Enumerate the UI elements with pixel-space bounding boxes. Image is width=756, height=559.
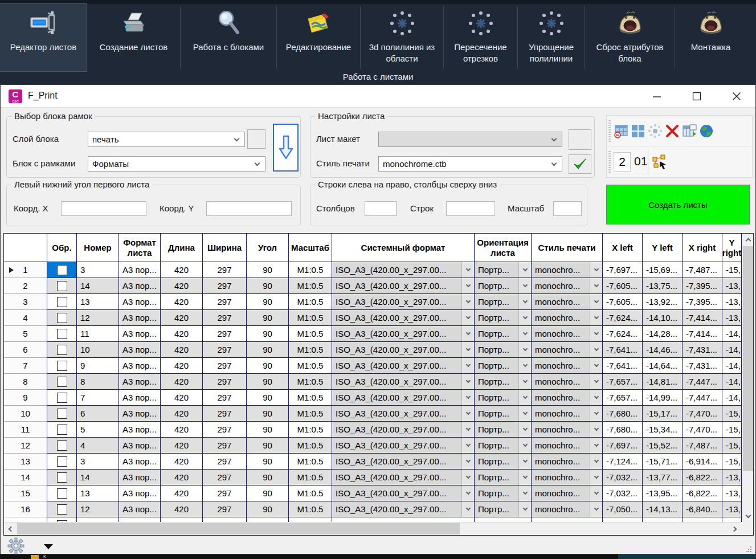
ribbon-button-2[interactable]: Создание листов — [87, 4, 180, 71]
chevron-down-icon[interactable] — [461, 326, 474, 341]
cell-print-style[interactable]: monochro... — [532, 278, 603, 294]
cell-length[interactable]: 420 — [161, 342, 203, 358]
cell-y-left[interactable]: -14,64... — [643, 358, 683, 374]
scroll-left-button[interactable] — [4, 523, 17, 535]
cell-y-right[interactable]: -15, — [722, 262, 742, 278]
cell-y-left[interactable]: -14,10... — [643, 310, 683, 326]
chevron-down-icon[interactable] — [518, 438, 531, 453]
chevron-down-icon[interactable] — [518, 358, 531, 373]
row-header[interactable]: 1 — [4, 262, 47, 278]
cell-x-left[interactable]: -7,657... — [603, 374, 643, 390]
cell-system-format[interactable]: ISO_A3_(420.00_x_297.00... — [332, 438, 475, 454]
globe-icon[interactable] — [699, 124, 714, 138]
column-header-Ширина[interactable]: Ширина — [203, 234, 247, 262]
cell-y-right[interactable]: -15, — [722, 454, 742, 470]
layer-pick-button[interactable] — [247, 129, 265, 149]
cell-x-left[interactable]: -7,624... — [603, 326, 643, 342]
chevron-down-icon[interactable] — [590, 438, 602, 453]
sheet-count-input[interactable] — [614, 152, 631, 172]
cell-y-left[interactable]: -15,69... — [643, 262, 683, 278]
cell-print-style[interactable]: monochro... — [532, 310, 603, 326]
cell-width[interactable]: 297 — [203, 374, 247, 390]
chevron-down-icon[interactable] — [461, 358, 474, 373]
column-header-Y left[interactable]: Y left — [643, 234, 683, 262]
cell-y-right[interactable]: -15, — [722, 422, 742, 438]
cell-y-left[interactable]: -13,75... — [643, 278, 683, 294]
horizontal-scrollbar[interactable] — [4, 522, 742, 535]
cell-x-left[interactable]: -7,657... — [603, 390, 643, 406]
cell-orientation[interactable]: Портр... — [475, 390, 532, 406]
checkbox[interactable] — [57, 425, 67, 435]
cell-scale[interactable]: М1:0.5 — [289, 310, 332, 326]
cell-print-style[interactable]: monochro... — [532, 342, 603, 358]
layer-combo[interactable]: печать — [88, 132, 245, 147]
cell-print-style[interactable]: monochro... — [532, 358, 603, 374]
cell-length[interactable]: 420 — [161, 326, 203, 342]
cell-x-left[interactable]: -7,605... — [603, 278, 643, 294]
cell-angle[interactable]: 90 — [247, 278, 289, 294]
cell-orientation[interactable]: Портр... — [475, 342, 532, 358]
cell-y-right[interactable]: -14, — [722, 342, 742, 358]
cell-width[interactable]: 297 — [203, 326, 247, 342]
cell-angle[interactable]: 90 — [247, 422, 289, 438]
cell-format[interactable]: А3 пор... — [119, 278, 161, 294]
cell-orientation[interactable]: Портр... — [475, 422, 532, 438]
spinner-icon[interactable] — [648, 124, 663, 138]
cell-x-left[interactable]: -7,032... — [603, 470, 643, 485]
cell-y-right[interactable]: -14, — [722, 358, 742, 374]
cell-system-format[interactable]: ISO_A3_(420.00_x_297.00... — [332, 358, 475, 374]
ribbon-button-3[interactable]: Работа с блоками — [181, 4, 276, 71]
cell-number[interactable]: 11 — [77, 326, 119, 342]
cell-y-right[interactable]: -15, — [722, 406, 742, 422]
cell-orientation[interactable]: Портр... — [475, 310, 532, 326]
cell-width[interactable]: 297 — [203, 438, 247, 454]
ribbon-button-4[interactable]: Редактирование — [277, 4, 360, 71]
cell-x-right[interactable]: -7,395... — [683, 294, 722, 310]
cell-system-format[interactable]: ISO_A3_(420.00_x_297.00... — [332, 310, 475, 326]
cell-y-left[interactable]: -14,81... — [643, 374, 683, 390]
block-combo[interactable]: Форматы — [88, 156, 265, 172]
cell-format[interactable]: А3 пор... — [119, 262, 161, 278]
cell-system-format[interactable]: ISO_A3_(420.00_x_297.00... — [332, 390, 475, 406]
chevron-down-icon[interactable] — [518, 390, 531, 405]
cell-y-right[interactable]: -14, — [722, 326, 742, 342]
cell-length[interactable]: 420 — [161, 262, 203, 278]
row-header[interactable]: 12 — [4, 438, 47, 454]
cell-length[interactable]: 420 — [161, 374, 203, 390]
horizontal-scroll-thumb[interactable] — [17, 523, 460, 534]
cell-system-format[interactable]: ISO_A3_(420.00_x_297.00... — [332, 342, 475, 358]
row-header[interactable]: 9 — [4, 390, 47, 406]
cell-orientation[interactable]: Портр... — [475, 470, 532, 485]
cell-width[interactable]: 297 — [203, 310, 247, 326]
column-header-Обр.[interactable]: Обр. — [47, 234, 77, 262]
cell-scale[interactable]: М1:0.5 — [289, 438, 332, 454]
cell-orientation[interactable]: Портр... — [475, 454, 532, 470]
vertical-scrollbar[interactable] — [742, 234, 753, 522]
cell-number[interactable]: 10 — [77, 342, 119, 358]
columns-input[interactable] — [365, 201, 397, 216]
cell-orientation[interactable]: Портр... — [475, 358, 532, 374]
chevron-down-icon[interactable] — [518, 326, 531, 341]
chevron-down-icon[interactable] — [518, 454, 531, 469]
chevron-down-icon[interactable] — [590, 294, 602, 309]
cell-orientation[interactable]: Портр... — [475, 326, 532, 342]
cell-scale[interactable]: М1:0.5 — [289, 326, 332, 342]
chevron-down-icon[interactable] — [590, 454, 602, 469]
scroll-right-button[interactable] — [729, 523, 741, 535]
cell-scale[interactable]: М1:0.5 — [289, 342, 332, 358]
gear-dropdown-arrow[interactable] — [44, 544, 53, 549]
cell-scale[interactable]: М1:0.5 — [289, 501, 332, 517]
minimize-button[interactable] — [644, 85, 670, 108]
cell-print-style[interactable]: monochro... — [532, 454, 603, 470]
cell-y-right[interactable]: -13, — [722, 278, 742, 294]
ribbon-button-7[interactable]: Упрощение полилинии — [518, 4, 585, 71]
process-checkbox-cell[interactable] — [47, 326, 77, 342]
checkbox[interactable] — [57, 409, 67, 419]
cell-width[interactable]: 297 — [203, 278, 247, 294]
cell-number[interactable]: 9 — [77, 358, 119, 374]
cell-scale[interactable]: М1:0.5 — [289, 454, 332, 470]
chevron-down-icon[interactable] — [590, 501, 602, 517]
cell-y-left[interactable]: -15,17... — [643, 406, 683, 422]
chevron-down-icon[interactable] — [590, 342, 602, 357]
cell-x-left[interactable]: -7,680... — [603, 422, 643, 438]
